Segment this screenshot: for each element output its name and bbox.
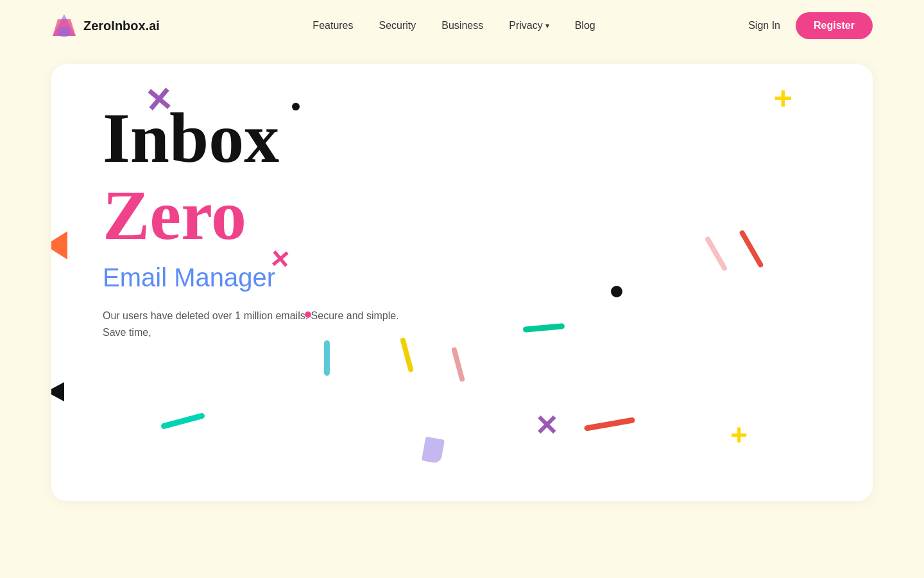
hero-title-zero: Zero xyxy=(103,180,821,250)
shape-teal-vertical-bottom xyxy=(324,340,330,376)
nav-features[interactable]: Features xyxy=(312,20,353,31)
shape-orange-triangle-left xyxy=(51,231,67,259)
shape-pink-bar-center xyxy=(451,347,465,382)
logo-icon xyxy=(51,13,77,39)
shape-purple-x-bottom: ✕ xyxy=(535,412,558,440)
nav-security[interactable]: Security xyxy=(379,20,416,31)
hero-title-inbox: Inbox xyxy=(103,103,821,173)
shape-black-triangle-left xyxy=(51,382,64,401)
nav-blog[interactable]: Blog xyxy=(575,20,595,31)
brand-name: ZeroInbox.ai xyxy=(83,19,160,33)
sign-in-button[interactable]: Sign In xyxy=(748,20,780,31)
hero-card: ✕ + ✕ ✕ + xyxy=(51,64,873,501)
logo-link[interactable]: ZeroInbox.ai xyxy=(51,13,160,39)
shape-orange-bar-bottom xyxy=(584,417,635,432)
hero-subtitle: Email Manager xyxy=(103,263,821,292)
nav-business[interactable]: Business xyxy=(441,20,483,31)
nav-privacy[interactable]: Privacy ▾ xyxy=(509,20,549,31)
chevron-down-icon: ▾ xyxy=(545,21,549,30)
shape-cyan-bar-bottom xyxy=(160,412,205,430)
register-button[interactable]: Register xyxy=(796,12,873,39)
header-actions: Sign In Register xyxy=(748,12,873,39)
hero-description: Our users have deleted over 1 million em… xyxy=(103,308,424,340)
shape-yellow-plus-bottom-right: + xyxy=(730,420,748,450)
shape-yellow-bar-center xyxy=(400,337,414,372)
hero-wrapper: ✕ + ✕ ✕ + xyxy=(0,51,924,527)
header: ZeroInbox.ai Features Security Business … xyxy=(0,0,924,51)
shape-lavender-blob xyxy=(422,437,445,464)
shape-teal-bar-right xyxy=(523,323,565,333)
main-nav: Features Security Business Privacy ▾ Blo… xyxy=(312,20,595,31)
svg-point-2 xyxy=(58,27,71,37)
